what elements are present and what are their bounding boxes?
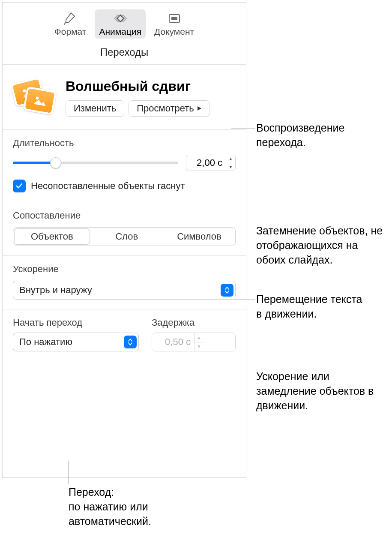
start-value: По нажатию <box>19 336 72 348</box>
leader-line <box>233 300 255 300</box>
popup-arrows-icon <box>221 284 233 297</box>
leader-line <box>231 129 255 129</box>
fade-unmatched-label: Несопоставленные объекты гаснут <box>31 180 185 192</box>
stepper-down-icon[interactable]: ▼ <box>195 342 203 351</box>
transition-header: Волшебный сдвиг Изменить Просмотреть <box>3 65 246 130</box>
tab-document-label: Документ <box>154 27 194 37</box>
tab-format[interactable]: Формат <box>50 9 91 39</box>
preview-button[interactable]: Просмотреть <box>129 100 210 117</box>
callout-start: Переход: по нажатию или автоматический. <box>69 485 197 528</box>
stepper-up-icon[interactable]: ▲ <box>226 155 235 163</box>
accel-popup[interactable]: Внутрь и наружу <box>13 281 236 300</box>
svg-rect-1 <box>171 17 177 20</box>
paintbrush-icon <box>63 12 78 25</box>
document-icon <box>167 12 182 25</box>
duration-slider[interactable] <box>13 158 178 168</box>
accel-label: Ускорение <box>13 264 236 275</box>
duration-stepper[interactable]: ▲ ▼ <box>186 155 236 171</box>
match-segmented: Объектов Слов Символов <box>13 227 236 246</box>
start-label: Начать переход <box>13 317 139 328</box>
preview-button-label: Просмотреть <box>137 103 194 114</box>
match-option-words[interactable]: Слов <box>91 228 163 246</box>
image-icon <box>32 93 48 108</box>
transition-thumbnail <box>13 78 58 118</box>
play-icon <box>197 106 202 111</box>
popup-arrows-icon <box>124 336 137 348</box>
leader-line <box>231 232 255 232</box>
delay-label: Задержка <box>152 317 236 328</box>
callout-fade: Затемнение объектов, не отображающихся н… <box>256 224 389 267</box>
stepper-up-icon[interactable]: ▲ <box>195 333 203 342</box>
duration-value[interactable] <box>186 155 226 171</box>
checkmark-icon <box>15 182 23 190</box>
tab-animation-label: Анимация <box>99 27 141 37</box>
callout-preview: Воспроизведение перехода. <box>256 121 385 150</box>
duration-label: Длительность <box>13 138 236 149</box>
accel-section: Ускорение Внутрь и наружу <box>3 256 246 309</box>
change-button-label: Изменить <box>74 103 116 114</box>
start-section: Начать переход По нажатию Задержка ▲ <box>3 309 246 361</box>
callout-match: Перемещение текста в движении. <box>256 292 368 321</box>
leader-line <box>69 461 69 484</box>
match-option-chars[interactable]: Символов <box>163 228 235 246</box>
match-option-objects[interactable]: Объектов <box>14 228 90 245</box>
accel-value: Внутрь и наружу <box>19 285 92 296</box>
svg-point-3 <box>36 96 39 100</box>
animation-icon <box>113 12 128 25</box>
match-label: Сопоставление <box>13 210 236 221</box>
delay-stepper[interactable]: ▲ ▼ <box>152 333 236 351</box>
callout-accel: Ускорение или замедление объектов в движ… <box>256 369 389 413</box>
tab-animation[interactable]: Анимация <box>95 9 146 39</box>
stepper-down-icon[interactable]: ▼ <box>226 163 235 171</box>
start-popup[interactable]: По нажатию <box>13 333 139 351</box>
tab-document[interactable]: Документ <box>150 9 198 39</box>
change-button[interactable]: Изменить <box>66 100 124 117</box>
inspector-toolbar: Формат Анимация Документ <box>3 3 246 41</box>
fade-unmatched-checkbox[interactable] <box>13 180 26 192</box>
duration-section: Длительность ▲ ▼ Несопоставленные <box>3 130 246 202</box>
subtab-transitions[interactable]: Переходы <box>3 41 246 65</box>
inspector-panel: Формат Анимация Документ Переходы <box>2 2 246 478</box>
match-section: Сопоставление Объектов Слов Символов <box>3 202 246 256</box>
tab-format-label: Формат <box>54 27 87 37</box>
transition-title: Волшебный сдвиг <box>66 78 236 94</box>
delay-value[interactable] <box>152 333 194 351</box>
leader-line <box>233 377 255 377</box>
